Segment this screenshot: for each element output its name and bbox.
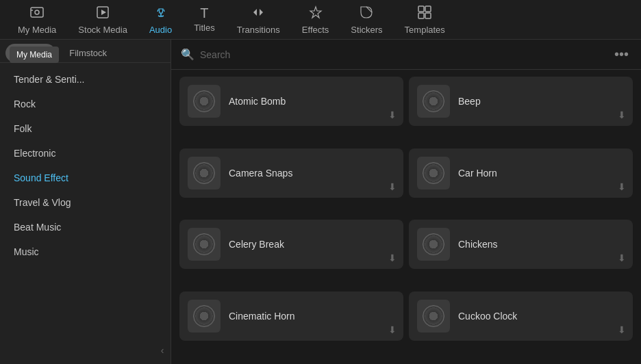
audio-name: Chickens bbox=[458, 239, 625, 250]
titles-icon: T bbox=[200, 6, 208, 20]
my-media-icon bbox=[29, 5, 45, 22]
audio-icon bbox=[153, 5, 168, 22]
sidebar-collapse-button[interactable]: ‹ bbox=[154, 40, 171, 364]
svg-rect-9 bbox=[418, 6, 424, 12]
audio-card-atomic-bomb[interactable]: Atomic Bomb ⬇ bbox=[179, 77, 403, 126]
audio-thumb bbox=[417, 85, 450, 118]
vinyl-icon bbox=[193, 305, 215, 327]
audio-thumb bbox=[188, 228, 221, 261]
audio-card-celery-break[interactable]: Celery Break ⬇ bbox=[179, 220, 403, 269]
nav-stock-media-label: Stock Media bbox=[78, 25, 127, 35]
sidebar-item-folk[interactable]: Folk bbox=[0, 116, 171, 141]
download-icon[interactable]: ⬇ bbox=[618, 109, 626, 120]
audio-thumb bbox=[188, 300, 221, 333]
download-icon[interactable]: ⬇ bbox=[618, 181, 626, 192]
audio-name: Cuckoo Clock bbox=[458, 311, 625, 322]
sidebar-item-beat-music[interactable]: Beat Music bbox=[0, 215, 171, 239]
svg-rect-12 bbox=[425, 13, 431, 18]
audio-name: Celery Break bbox=[229, 239, 395, 250]
nav-titles-label: Titles bbox=[194, 23, 215, 33]
svg-line-6 bbox=[158, 10, 158, 12]
nav-effects-label: Effects bbox=[302, 25, 329, 35]
effects-icon bbox=[308, 5, 323, 22]
nav-my-media[interactable]: My Media bbox=[7, 1, 67, 39]
download-icon[interactable]: ⬇ bbox=[388, 252, 397, 263]
sidebar-item-electronic[interactable]: Electronic bbox=[0, 141, 171, 166]
nav-titles[interactable]: T Titles bbox=[183, 2, 226, 37]
download-icon[interactable]: ⬇ bbox=[388, 324, 397, 335]
download-icon[interactable]: ⬇ bbox=[618, 252, 626, 263]
audio-card-beep[interactable]: Beep ⬇ bbox=[409, 77, 633, 126]
top-nav: My Media Stock Media Audio T Titles bbox=[0, 0, 641, 40]
sidebar-tab-filmstock[interactable]: Filmstock bbox=[58, 44, 118, 62]
nav-stickers-label: Stickers bbox=[351, 25, 382, 35]
audio-grid: Atomic Bomb ⬇ Beep ⬇ Camera Snaps ⬇ bbox=[171, 70, 641, 364]
vinyl-icon bbox=[423, 233, 444, 255]
vinyl-icon bbox=[423, 90, 444, 112]
audio-card-cuckoo-clock[interactable]: Cuckoo Clock ⬇ bbox=[409, 291, 633, 341]
vinyl-icon bbox=[193, 233, 215, 255]
nav-my-media-label: My Media bbox=[18, 25, 56, 35]
sidebar-list: Tender & Senti... Rock Folk Electronic S… bbox=[0, 63, 171, 364]
nav-templates[interactable]: Templates bbox=[394, 1, 456, 39]
stickers-icon bbox=[359, 5, 374, 22]
sidebar-item-travel-vlog[interactable]: Travel & Vlog bbox=[0, 190, 171, 215]
audio-thumb bbox=[417, 228, 450, 261]
nav-transitions-label: Transitions bbox=[237, 25, 280, 35]
download-icon[interactable]: ⬇ bbox=[388, 181, 397, 192]
audio-name: Atomic Bomb bbox=[229, 96, 395, 107]
nav-stock-media[interactable]: Stock Media bbox=[67, 1, 138, 39]
sidebar-item-rock[interactable]: Rock bbox=[0, 92, 171, 116]
tooltip: My Media bbox=[10, 47, 59, 63]
nav-templates-label: Templates bbox=[405, 25, 445, 35]
audio-name: Camera Snaps bbox=[229, 168, 395, 179]
audio-card-chickens[interactable]: Chickens ⬇ bbox=[409, 220, 633, 269]
audio-thumb bbox=[188, 157, 221, 190]
content-area: 🔍 ••• Atomic Bomb ⬇ Beep ⬇ bbox=[171, 40, 641, 364]
nav-transitions[interactable]: Transitions bbox=[226, 1, 291, 39]
sidebar: Default Filmstock Tender & Senti... Rock… bbox=[0, 40, 171, 364]
search-icon: 🔍 bbox=[181, 48, 194, 61]
svg-rect-0 bbox=[31, 8, 43, 17]
audio-card-camera-snaps[interactable]: Camera Snaps ⬇ bbox=[179, 148, 403, 198]
main-layout: Default Filmstock Tender & Senti... Rock… bbox=[0, 40, 641, 364]
audio-card-cinematic-horn[interactable]: Cinematic Horn ⬇ bbox=[179, 291, 403, 341]
audio-thumb bbox=[417, 157, 450, 190]
svg-rect-10 bbox=[425, 6, 431, 12]
download-icon[interactable]: ⬇ bbox=[618, 324, 626, 335]
audio-name: Beep bbox=[458, 96, 625, 107]
vinyl-icon bbox=[423, 162, 444, 184]
vinyl-icon bbox=[193, 90, 215, 112]
sidebar-item-tender[interactable]: Tender & Senti... bbox=[0, 67, 171, 92]
stock-media-icon bbox=[95, 5, 110, 22]
svg-point-1 bbox=[35, 10, 39, 14]
svg-rect-11 bbox=[418, 13, 424, 18]
svg-marker-4 bbox=[101, 10, 106, 15]
transitions-icon bbox=[251, 5, 266, 22]
nav-audio-label: Audio bbox=[149, 25, 172, 35]
search-input[interactable] bbox=[200, 49, 606, 60]
download-icon[interactable]: ⬇ bbox=[388, 109, 397, 120]
nav-effects[interactable]: Effects bbox=[291, 1, 340, 39]
vinyl-icon bbox=[193, 162, 215, 184]
search-bar: 🔍 ••• bbox=[171, 40, 641, 70]
templates-icon bbox=[417, 5, 432, 22]
audio-name: Cinematic Horn bbox=[229, 311, 395, 322]
audio-name: Car Horn bbox=[458, 168, 625, 179]
audio-thumb bbox=[188, 85, 221, 118]
svg-line-7 bbox=[164, 10, 164, 12]
sidebar-item-music[interactable]: Music bbox=[0, 239, 171, 264]
svg-marker-8 bbox=[310, 7, 321, 18]
more-options-button[interactable]: ••• bbox=[612, 47, 631, 62]
vinyl-icon bbox=[423, 305, 444, 327]
audio-card-car-horn[interactable]: Car Horn ⬇ bbox=[409, 148, 633, 198]
audio-thumb bbox=[417, 300, 450, 333]
nav-audio[interactable]: Audio bbox=[138, 1, 183, 39]
nav-stickers[interactable]: Stickers bbox=[340, 1, 393, 39]
sidebar-item-sound-effect[interactable]: Sound Effect bbox=[0, 166, 171, 190]
